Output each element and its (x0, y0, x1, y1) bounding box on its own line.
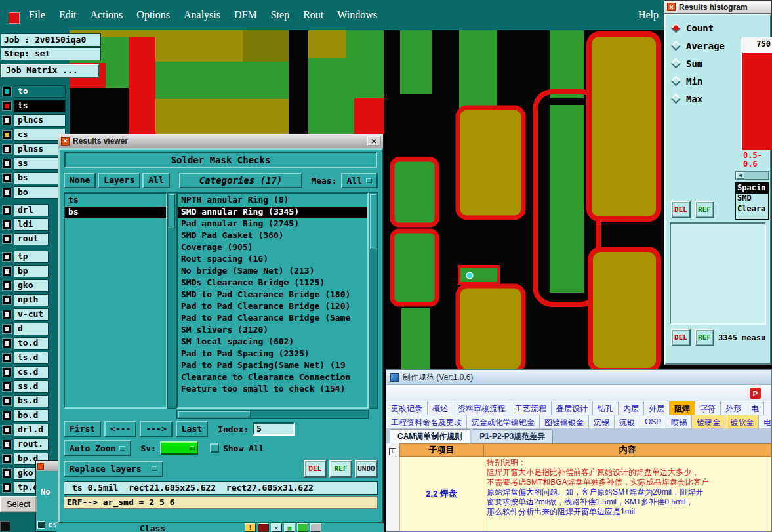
cs-checkbox[interactable] (37, 521, 45, 529)
layer-checkbox[interactable] (2, 310, 12, 319)
menu-item[interactable]: Rout (303, 9, 323, 21)
layer-label[interactable]: ts.d (14, 352, 49, 364)
select-button[interactable]: Select (0, 496, 37, 512)
layer-checkbox[interactable] (2, 295, 12, 305)
close-icon[interactable]: ✕ (367, 136, 381, 146)
spec-tab[interactable]: 钻孔 (593, 401, 619, 415)
layer-checkbox[interactable] (2, 115, 12, 125)
category-item[interactable]: SMD Pad Gasket (360) (178, 230, 367, 242)
layer-label[interactable]: ldi (14, 218, 49, 231)
legend-item[interactable]: Spacin (736, 183, 768, 194)
scrollbar-thumb[interactable] (370, 194, 376, 249)
spec-tab[interactable]: OSP (640, 415, 666, 428)
layer-checkbox[interactable] (2, 281, 12, 291)
layer-label[interactable]: bo.d (14, 409, 49, 422)
diamond-radio-icon[interactable] (671, 23, 681, 33)
category-item[interactable]: Clearance to Clearance Connection (178, 372, 367, 384)
category-item[interactable]: Rout spacing (16) (178, 254, 367, 266)
menu-item[interactable]: Analysis (184, 9, 220, 21)
layer-label[interactable]: ts (14, 100, 66, 112)
layer-label[interactable]: gko (14, 279, 49, 292)
del-button[interactable]: DEL (671, 201, 691, 218)
category-item[interactable]: Pad to Pad Clearance Bridge (120) (178, 301, 367, 313)
layer-list-scrollbar[interactable] (167, 192, 176, 409)
category-hscrollbar[interactable] (176, 410, 369, 419)
spec-tab[interactable]: 沉锡 (589, 415, 615, 428)
del-button[interactable]: DEL (671, 329, 691, 346)
menu-item[interactable]: Edit (59, 9, 77, 21)
green-class-button[interactable] (297, 523, 308, 532)
spec-rule-tab[interactable]: CAM调单制作规则 (390, 429, 470, 443)
layer-label[interactable]: npth (14, 294, 49, 306)
category-item[interactable]: Pad to Pad Spacing (2325) (178, 348, 367, 360)
layer-row[interactable]: ts (2, 100, 70, 112)
layer-checkbox[interactable] (2, 101, 12, 111)
category-item[interactable]: Feature too small to check (154) (178, 384, 367, 396)
spec-tab[interactable]: 外层 (644, 401, 670, 415)
spec-tab[interactable]: 外形 (721, 401, 746, 415)
spec-tab[interactable]: 阻焊 (670, 401, 695, 415)
layer-checkbox[interactable] (2, 159, 12, 169)
category-item[interactable]: No bridge (Same Net) (213) (178, 266, 367, 277)
layer-checkbox[interactable] (2, 130, 12, 140)
diamond-radio-icon[interactable] (671, 76, 681, 87)
spec-tab[interactable]: 电 (759, 415, 771, 428)
menu-item-help[interactable]: Help (638, 9, 659, 21)
layer-checkbox[interactable] (2, 396, 12, 406)
meas-dropdown[interactable]: All (341, 173, 378, 188)
layer-checkbox[interactable] (2, 144, 12, 154)
layer-checkbox[interactable] (2, 454, 12, 464)
spec-tab[interactable]: 概述 (428, 401, 453, 415)
last-button[interactable]: Last (176, 421, 208, 437)
spec-tab[interactable]: 镀硬金 (692, 415, 725, 428)
menu-item[interactable]: File (29, 9, 45, 21)
prev-button[interactable]: <--- (104, 421, 136, 437)
layer-checkbox[interactable] (2, 252, 12, 262)
layer-label[interactable]: drl.d (14, 424, 49, 436)
show-all-checkbox[interactable] (210, 443, 219, 453)
scroll-left-arrow-icon[interactable]: ◀ (736, 172, 744, 179)
layer-label[interactable]: d (14, 323, 49, 335)
category-list-scrollbar[interactable] (369, 192, 378, 409)
spec-tab[interactable]: 资料审核流程 (453, 401, 510, 415)
auto-zoom-dropdown[interactable]: Auto Zoom (64, 440, 131, 456)
layer-checkbox[interactable] (2, 367, 12, 377)
category-item[interactable]: Pad to Pad Clearance Bridge (Same (178, 313, 367, 325)
spec-tab[interactable]: 叠层设计 (552, 401, 593, 415)
spec-tab[interactable]: 镀软金 (725, 415, 759, 428)
menu-item[interactable]: Actions (91, 9, 123, 21)
layer-checkbox[interactable] (2, 220, 12, 230)
close-class-button[interactable]: ✕ (271, 523, 282, 532)
category-item[interactable]: Pad to Pad Spacing(Same Net) (19 (178, 360, 367, 372)
spec-tab[interactable]: 内层 (619, 401, 644, 415)
action-button[interactable]: DEL (304, 460, 327, 478)
legend-item[interactable]: Cleara (736, 204, 768, 215)
menu-item[interactable]: Step (271, 9, 289, 21)
mini-titlebar[interactable] (36, 461, 59, 471)
histogram-titlebar[interactable]: ✕ Results histogram (664, 1, 771, 14)
layer-label[interactable]: tp (14, 251, 49, 263)
gray-class-button[interactable] (310, 523, 321, 532)
layer-label[interactable]: bs.d (14, 395, 49, 407)
layer-checkbox[interactable] (2, 382, 12, 392)
spec-tab[interactable]: 喷锡 (666, 415, 692, 428)
layer-checkbox[interactable] (2, 173, 12, 183)
layer-row[interactable]: plncs (2, 114, 70, 127)
spec-tab[interactable]: 更改记录 (386, 401, 428, 415)
layer-label[interactable]: to (14, 85, 66, 98)
layer-checkbox[interactable] (2, 324, 12, 334)
layer-checkbox[interactable] (2, 411, 12, 420)
spec-tab[interactable]: 电 (746, 401, 764, 415)
layer-row[interactable]: to (2, 85, 70, 98)
first-button[interactable]: First (64, 421, 101, 437)
categories-button[interactable]: Categories (17) (179, 173, 303, 188)
layer-label[interactable]: rout (14, 233, 49, 245)
spec-tab[interactable]: 工程资料命名及更改 (386, 415, 467, 428)
action-button[interactable]: UNDO (355, 460, 378, 478)
layer-checkbox[interactable] (2, 234, 12, 244)
layer-checkbox[interactable] (2, 338, 12, 348)
layer-label[interactable]: drl (14, 204, 49, 216)
ref-button[interactable]: REF (695, 329, 714, 346)
viewer-titlebar[interactable]: ✕ Results viewer ✕ (58, 134, 383, 148)
scrollbar-thumb[interactable] (169, 194, 175, 228)
